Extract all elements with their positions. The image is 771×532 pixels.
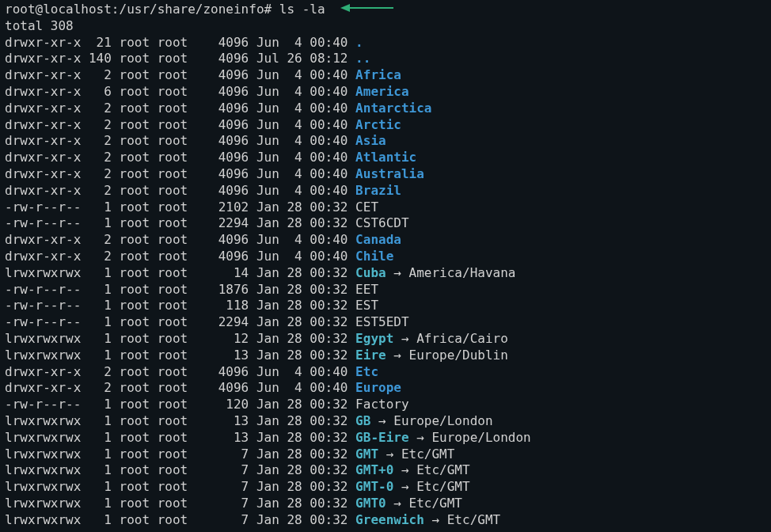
symlink-arrow-icon: →: [431, 512, 439, 527]
entry-name: ..: [355, 51, 370, 66]
symlink-target: Europe/London: [393, 413, 492, 428]
entry-name: Asia: [355, 133, 386, 148]
entry-name: Arctic: [355, 117, 401, 132]
entry-name: GMT+0: [355, 462, 393, 477]
symlink-arrow-icon: →: [401, 331, 409, 346]
symlink-arrow-icon: →: [393, 348, 401, 363]
file-listing: drwxr-xr-x 21 root root 4096 Jun 4 00:40…: [5, 35, 531, 527]
symlink-arrow-icon: →: [393, 496, 401, 511]
symlink-target: Europe/London: [431, 430, 530, 445]
symlink-arrow-icon: →: [393, 265, 401, 280]
entry-name: GB: [355, 413, 370, 428]
entry-name: Cuba: [355, 265, 386, 280]
entry-name: Etc: [355, 364, 378, 379]
symlink-target: Etc/GMT: [447, 512, 500, 527]
total-line: total 308: [5, 18, 74, 33]
entry-name: GMT: [355, 446, 378, 462]
symlink-target: Etc/GMT: [409, 496, 462, 511]
svg-marker-1: [340, 4, 350, 12]
entry-name: America: [355, 84, 408, 99]
entry-name: Antarctica: [355, 101, 431, 116]
entry-name: GB-Eire: [355, 430, 408, 445]
entry-name: Brazil: [355, 183, 401, 198]
entry-name: EST: [355, 298, 378, 313]
entry-name: GMT0: [355, 496, 386, 511]
entry-name: Atlantic: [355, 150, 416, 165]
shell-command: ls -la: [279, 2, 325, 17]
entry-name: EST5EDT: [355, 314, 408, 329]
symlink-arrow-icon: →: [401, 462, 409, 477]
entry-name: Canada: [355, 232, 401, 247]
annotation-arrow-icon: [340, 2, 394, 18]
terminal-output[interactable]: root@localhost:/usr/share/zoneinfo# ls -…: [0, 0, 771, 532]
entry-name: CET: [355, 200, 378, 215]
entry-name: Greenwich: [355, 512, 424, 527]
entry-name: CST6CDT: [355, 215, 408, 230]
entry-name: GMT-0: [355, 479, 393, 494]
entry-name: Africa: [355, 67, 401, 82]
symlink-arrow-icon: →: [416, 430, 424, 445]
symlink-target: Etc/GMT: [416, 479, 469, 494]
symlink-arrow-icon: →: [401, 479, 409, 494]
entry-name: Europe: [355, 380, 401, 395]
entry-name: Factory: [355, 397, 408, 412]
entry-name: Australia: [355, 166, 424, 181]
entry-name: EET: [355, 282, 378, 297]
entry-name: Egypt: [355, 331, 393, 346]
symlink-target: Etc/GMT: [416, 462, 469, 477]
symlink-target: America/Havana: [409, 265, 516, 280]
symlink-arrow-icon: →: [378, 413, 386, 428]
entry-name: .: [355, 35, 363, 50]
entry-name: Eire: [355, 348, 386, 363]
entry-name: Chile: [355, 249, 393, 264]
symlink-target: Africa/Cairo: [416, 331, 508, 346]
symlink-target: Etc/GMT: [401, 446, 454, 462]
shell-prompt: root@localhost:/usr/share/zoneinfo#: [5, 2, 279, 17]
symlink-target: Europe/Dublin: [409, 348, 508, 363]
symlink-arrow-icon: →: [386, 446, 394, 462]
